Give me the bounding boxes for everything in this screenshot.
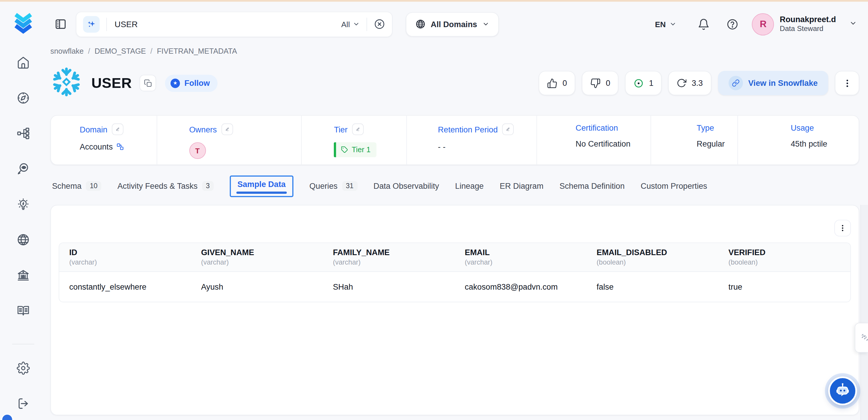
like-count: 0 <box>562 79 567 88</box>
view-in-snowflake-button[interactable]: View in Snowflake <box>718 71 828 95</box>
handle-icon <box>860 331 868 344</box>
home-icon[interactable] <box>17 56 30 69</box>
status-dot-icon <box>633 78 644 88</box>
tab-badge: 3 <box>202 181 214 191</box>
edit-domain-icon[interactable] <box>112 124 123 135</box>
like-button[interactable]: 0 <box>539 71 576 95</box>
topbar: All All Domains EN R Rounakpreet.d <box>46 2 868 47</box>
sidebar <box>0 2 46 420</box>
sparkle-icon <box>83 16 100 32</box>
column-header-email-disabled[interactable]: EMAIL_DISABLED(boolean) <box>587 243 718 272</box>
link-icon <box>728 76 743 90</box>
settings-icon[interactable] <box>17 362 30 375</box>
table-row[interactable]: constantly_elsewhere Ayush SHah cakosom8… <box>59 272 850 302</box>
user-menu-chevron-icon[interactable] <box>849 19 857 29</box>
governance-icon[interactable] <box>17 268 30 282</box>
language-dropdown[interactable]: EN <box>655 20 677 29</box>
compass-icon[interactable] <box>17 91 30 105</box>
insights-icon[interactable] <box>17 198 30 211</box>
tab-schema-definition[interactable]: Schema Definition <box>559 182 625 190</box>
panel-toggle-icon[interactable] <box>54 18 67 30</box>
dislike-button[interactable]: 0 <box>582 71 618 95</box>
sample-data-panel: ID(varchar) GIVEN_NAME(varchar) FAMILY_N… <box>51 205 859 415</box>
edit-tier-icon[interactable] <box>352 124 363 135</box>
asset-kebab-menu[interactable] <box>835 71 860 95</box>
tab-activity-feeds-tasks[interactable]: Activity Feeds & Tasks3 <box>117 181 214 191</box>
sample-data-kebab-menu[interactable] <box>834 220 851 236</box>
search-scope-label: All <box>341 20 350 29</box>
user-name: Rounakpreet.d <box>780 14 836 25</box>
notifications-bell-icon[interactable] <box>698 18 710 30</box>
copy-icon[interactable] <box>140 74 156 91</box>
metadata-domain: Domain Accounts <box>51 116 157 164</box>
tab-sample-data[interactable]: Sample Data <box>230 175 293 197</box>
breadcrumb-database[interactable]: DEMO_STAGE <box>95 47 146 55</box>
tab-badge: 31 <box>342 181 357 191</box>
column-header-given-name[interactable]: GIVEN_NAME(varchar) <box>191 243 323 272</box>
asset-header: USER ★ Follow 0 0 1 <box>51 65 859 100</box>
user-avatar[interactable]: R <box>752 13 774 35</box>
column-header-family-name[interactable]: FAMILY_NAME(varchar) <box>323 243 455 272</box>
right-panel-handle[interactable] <box>855 323 868 353</box>
corner-floating-button[interactable] <box>1 414 13 420</box>
star-icon: ★ <box>170 79 180 88</box>
edit-owners-icon[interactable] <box>221 124 233 135</box>
breadcrumb-connection[interactable]: snowflake <box>51 47 84 55</box>
cell-family-name: SHah <box>323 272 455 302</box>
status-count: 1 <box>649 79 653 88</box>
owner-avatar[interactable]: T <box>189 142 206 159</box>
bot-icon <box>834 382 851 400</box>
metadata-owners: Owners T <box>157 116 302 164</box>
cell-verified: true <box>718 272 850 302</box>
clear-search-icon[interactable] <box>374 18 385 30</box>
breadcrumb: snowflake/DEMO_STAGE/FIVETRAN_METADATA <box>51 47 237 55</box>
edit-retention-icon[interactable] <box>502 124 514 135</box>
dislike-count: 0 <box>606 79 610 88</box>
metadata-retention: Retention Period - - <box>407 116 537 164</box>
thumbs-down-icon <box>590 78 601 88</box>
observe-icon[interactable] <box>17 162 30 176</box>
tier-badge[interactable]: Tier 1 <box>334 142 377 157</box>
globe-icon[interactable] <box>17 233 30 246</box>
cell-email-disabled: false <box>587 272 718 302</box>
tab-data-observability[interactable]: Data Observability <box>373 182 439 190</box>
tab-lineage[interactable]: Lineage <box>455 182 484 190</box>
tab-queries[interactable]: Queries31 <box>309 181 358 191</box>
search-scope-dropdown[interactable]: All <box>341 20 360 29</box>
tab-badge: 10 <box>86 181 101 191</box>
all-domains-dropdown[interactable]: All Domains <box>406 12 499 36</box>
domain-link-icon[interactable] <box>116 143 124 150</box>
refresh-icon <box>677 78 687 88</box>
workflow-icon[interactable] <box>17 127 30 140</box>
glossary-icon[interactable] <box>17 304 30 318</box>
search-divider-2 <box>367 18 367 31</box>
app-root: All All Domains EN R Rounakpreet.d <box>0 0 868 420</box>
global-search[interactable]: All <box>76 11 393 36</box>
atlan-logo[interactable] <box>11 9 36 37</box>
table-header-row: ID(varchar) GIVEN_NAME(varchar) FAMILY_N… <box>59 243 850 272</box>
user-info[interactable]: Rounakpreet.d Data Steward <box>780 14 836 34</box>
metadata-usage: Usage 45th pctile <box>738 116 859 164</box>
column-header-email[interactable]: EMAIL(varchar) <box>455 243 587 272</box>
globe-icon <box>415 19 426 30</box>
page-title: USER <box>91 74 132 91</box>
logout-icon[interactable] <box>17 397 30 410</box>
right-panel-rail <box>860 205 868 420</box>
domain-value[interactable]: Accounts <box>80 142 113 151</box>
refresh-score-button[interactable]: 3.3 <box>668 71 711 95</box>
asset-stats: 0 0 1 3.3 View in Sn <box>539 71 860 95</box>
metadata-certification: Certification No Certification <box>537 116 651 164</box>
help-icon[interactable] <box>727 18 739 30</box>
breadcrumb-schema[interactable]: FIVETRAN_METADATA <box>157 47 237 55</box>
tab-custom-properties[interactable]: Custom Properties <box>641 182 707 190</box>
column-header-id[interactable]: ID(varchar) <box>59 243 191 272</box>
search-input[interactable] <box>114 19 341 30</box>
score-value: 3.3 <box>692 79 703 88</box>
column-header-verified[interactable]: VERIFIED(boolean) <box>718 243 850 272</box>
status-button[interactable]: 1 <box>625 71 662 95</box>
chatbot-button[interactable] <box>828 376 857 405</box>
follow-button[interactable]: ★ Follow <box>165 74 217 91</box>
tab-schema[interactable]: Schema10 <box>52 181 101 191</box>
cell-email: cakosom838@padvn.com <box>455 272 587 302</box>
tab-er-diagram[interactable]: ER Diagram <box>500 182 543 190</box>
